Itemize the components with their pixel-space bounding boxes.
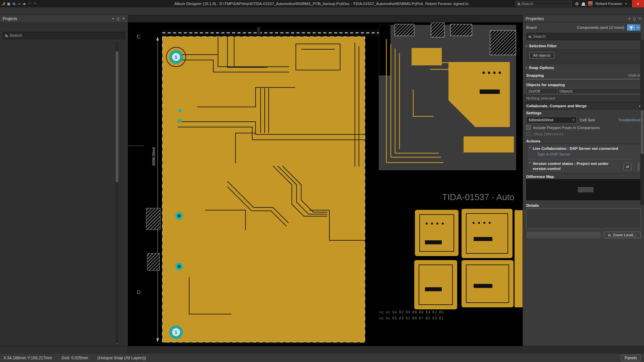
altium-logo-icon: ∂ (2, 1, 4, 6)
include-polygon-label: Include Polygon Pours in Comparisons (533, 126, 600, 130)
projects-panel: Projects ▾ ✕ ▾ (0, 15, 128, 346)
zone-letter-c: C (137, 34, 141, 39)
search-icon (5, 35, 7, 37)
panel-menu-icon[interactable]: ▾ (629, 17, 630, 20)
actions-label: Actions (526, 139, 540, 143)
difference-map-slider[interactable] (578, 187, 593, 192)
global-search-input[interactable] (522, 2, 562, 6)
close-icon[interactable]: ✕ (639, 17, 641, 20)
projects-panel-header: Projects ▾ ✕ (0, 15, 128, 22)
filter-button[interactable] (627, 24, 636, 31)
live-collaboration-item[interactable]: ▾Live Collaboration : DXP Server not con… (529, 146, 634, 151)
selection-filter-section[interactable]: ▾Selection Filter (523, 42, 644, 49)
projects-scrollbar[interactable]: ▾ (115, 41, 119, 345)
cell-size-label: Cell Size (580, 118, 595, 122)
refresh-vcs-button[interactable]: ⇄ (624, 163, 632, 170)
filter-dropdown-button[interactable]: ▾ (636, 24, 641, 31)
include-polygon-checkbox[interactable] (526, 125, 531, 130)
nothing-selected-status: Nothing selected (523, 95, 644, 102)
project-tree: ▾ (0, 41, 128, 346)
details-label: Details (526, 203, 539, 207)
properties-scrollbar[interactable] (640, 40, 644, 205)
pin-icon[interactable] (633, 17, 636, 20)
properties-search-input[interactable] (533, 34, 624, 39)
undo-icon[interactable]: ↶ (28, 2, 31, 6)
settings-label: Settings (526, 111, 541, 115)
save-all-icon[interactable]: ⧉ (13, 2, 15, 6)
panels-button[interactable]: Panels (621, 355, 641, 361)
altium-designer-window: ∂ ▣ ⧉ ▱ ▰ ↶ ↷ Altium Designer (19.1.8) -… (0, 0, 644, 362)
all-objects-button[interactable]: All objects (529, 52, 554, 59)
bottom-bar (0, 346, 644, 353)
zoom-level-field[interactable] (526, 231, 601, 239)
properties-panel-header: Properties ▾ ✕ (523, 15, 644, 22)
pcb-floating-toolbar (257, 27, 260, 35)
user-name[interactable]: Robert Feranec (596, 2, 623, 6)
objects-column-header: Objects (557, 88, 640, 94)
snapping-mode-switch (526, 79, 641, 79)
board-watermark: TIDA-01537 - Auto (442, 192, 514, 202)
actions-box: ▾Live Collaboration : DXP Server not con… (526, 144, 641, 173)
redo-icon[interactable]: ↷ (34, 2, 37, 6)
open-icon[interactable]: ▱ (18, 2, 20, 6)
search-icon (529, 36, 531, 38)
projects-search-box[interactable] (3, 32, 125, 39)
user-menu-caret-icon[interactable]: ▾ (625, 2, 627, 5)
sign-in-dxp-link[interactable]: Sign in DXP Server (529, 151, 634, 158)
projects-search-input[interactable] (9, 33, 103, 38)
copper-pour[interactable] (162, 37, 365, 342)
snapping-label: Snapping (526, 73, 544, 77)
troubleshoot-link[interactable]: Troubleshoot (618, 118, 641, 122)
panel-tabs (0, 346, 128, 353)
close-window-button[interactable]: × (632, 0, 644, 7)
pin-icon[interactable] (117, 17, 119, 20)
selection-filter-box: All objects (526, 49, 641, 64)
layer-bar (128, 346, 644, 353)
difference-map (526, 179, 641, 200)
global-search-box[interactable] (516, 1, 572, 6)
projects-toolbar (0, 22, 128, 31)
pad-label-row1: nc nc 94 92 80 88 86 84 82 80 (379, 310, 444, 314)
details-table (526, 208, 641, 229)
objects-for-snapping-table: On/Off Objects (526, 88, 641, 95)
panel-menu-icon[interactable]: ▾ (112, 17, 114, 20)
collaborate-header[interactable]: Collaborate, Compare and Merge▾ (523, 102, 644, 110)
onoff-column-header: On/Off (527, 88, 557, 94)
svg-text:1: 1 (175, 55, 177, 60)
snap-setting: (Hotspot Snap (All Layers)) (98, 356, 146, 360)
gear-icon[interactable]: ⚙ (575, 2, 579, 6)
properties-panel: Properties ▾ ✕ Board Components (and 12 … (523, 15, 644, 346)
grid-setting: Grid: 0.025mm (61, 356, 88, 360)
version-control-item[interactable]: ▾Version control status : Project not un… (529, 161, 623, 171)
pcb-editor-view[interactable]: C D -6006.00mil (128, 22, 523, 346)
snap-options-section[interactable]: ▾Snap Options (523, 64, 644, 71)
svg-text:1: 1 (175, 330, 177, 335)
document-tab-bar (128, 15, 523, 22)
save-icon[interactable]: ▣ (7, 2, 10, 6)
cell-size-dropdown[interactable]: 500milx500mil▾ (526, 117, 577, 123)
properties-search-box[interactable] (526, 33, 641, 40)
search-icon (518, 3, 520, 5)
difference-map-label: Difference Map (526, 175, 554, 179)
mounting-hole-top[interactable]: 1 (169, 50, 183, 64)
open-project-icon[interactable]: ▰ (23, 2, 25, 6)
pcb-canvas[interactable]: C D -6006.00mil (128, 22, 523, 346)
show-differences-label: Show Differences (533, 132, 564, 136)
status-bar: X:34.188mm Y:158.217mm Grid: 0.025mm (Ho… (0, 353, 644, 362)
avatar[interactable] (588, 1, 593, 6)
snapping-shortcut: Shift+E (628, 73, 641, 77)
projects-panel-title: Projects (3, 16, 17, 21)
dimension-label: -6006.00mil (152, 147, 156, 167)
close-icon[interactable]: ✕ (122, 17, 125, 20)
menu-bar (0, 7, 644, 15)
zoom-level-button[interactable]: Zoom Level... (604, 232, 641, 238)
mounting-hole-bottom[interactable]: 1 (169, 325, 183, 339)
search-icon (608, 234, 610, 236)
filter-summary: Components (and 12 more) (577, 25, 627, 29)
pad-label-row2: nc nc 95 93 91 89 87 85 93 81 (379, 316, 444, 320)
bell-icon[interactable] (582, 2, 585, 5)
funnel-icon (630, 26, 633, 28)
show-differences-checkbox[interactable] (526, 132, 531, 136)
context-label: Board (526, 25, 537, 29)
cursor-position: X:34.188mm Y:158.217mm (3, 356, 52, 360)
